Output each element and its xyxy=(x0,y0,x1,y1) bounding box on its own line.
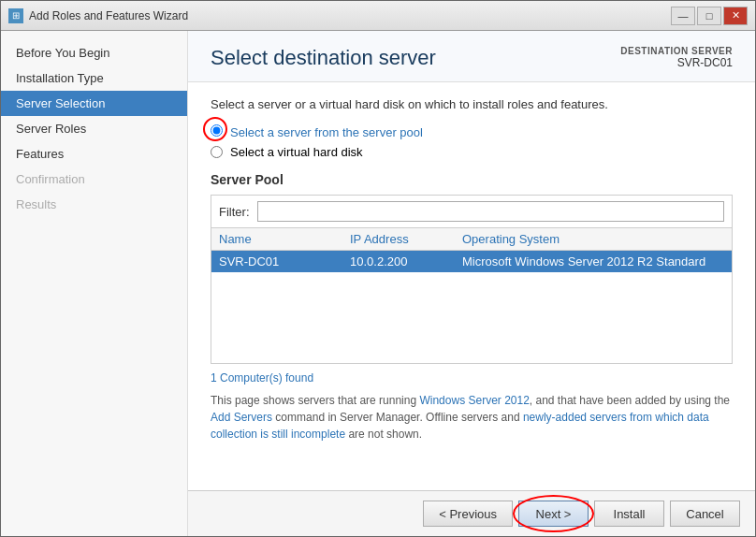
footer: < Previous Next > Install Cancel xyxy=(188,490,755,536)
radio-server-pool-label: Select a server from the server pool xyxy=(230,125,423,139)
install-button[interactable]: Install xyxy=(594,501,664,527)
filter-row: Filter: xyxy=(211,196,732,228)
server-pool-container: Filter: Name IP Address Operating System… xyxy=(211,195,733,364)
page-header: Select destination server DESTINATION SE… xyxy=(188,31,755,82)
sidebar-item-installation-type[interactable]: Installation Type xyxy=(1,65,187,91)
cancel-button[interactable]: Cancel xyxy=(670,501,740,527)
app-icon: ⊞ xyxy=(8,8,23,23)
titlebar-controls: — □ ✕ xyxy=(671,7,748,25)
sidebar-item-server-roles[interactable]: Server Roles xyxy=(1,116,187,141)
radio-server-pool[interactable]: Select a server from the server pool xyxy=(211,124,733,139)
filter-input[interactable] xyxy=(257,201,725,222)
destination-server: SVR-DC01 xyxy=(620,56,733,69)
info-text: This page shows servers that are running… xyxy=(211,392,733,443)
wizard-window: ⊞ Add Roles and Features Wizard — □ ✕ Be… xyxy=(0,0,756,537)
info-highlight-3: newly-added servers from which data coll… xyxy=(211,411,709,441)
main-content: Before You Begin Installation Type Serve… xyxy=(1,31,755,536)
radio-virtual-disk[interactable]: Select a virtual hard disk xyxy=(211,145,733,159)
sidebar-item-confirmation: Confirmation xyxy=(1,167,187,192)
page-title: Select destination server xyxy=(211,46,436,70)
col-header-ip[interactable]: IP Address xyxy=(350,232,462,246)
radio-virtual-disk-input[interactable] xyxy=(211,146,223,158)
app-icon-symbol: ⊞ xyxy=(12,10,20,21)
instruction-text: Select a server or a virtual hard disk o… xyxy=(211,97,733,111)
content-area: Select destination server DESTINATION SE… xyxy=(188,31,755,536)
table-body: SVR-DC01 10.0.2.200 Microsoft Windows Se… xyxy=(211,251,732,363)
window-title: Add Roles and Features Wizard xyxy=(29,9,188,22)
destination-info: DESTINATION SERVER SVR-DC01 xyxy=(620,46,733,69)
destination-label: DESTINATION SERVER xyxy=(620,46,733,56)
col-header-name[interactable]: Name xyxy=(219,232,350,246)
next-button[interactable]: Next > xyxy=(518,501,589,527)
found-text: 1 Computer(s) found xyxy=(211,371,733,385)
titlebar: ⊞ Add Roles and Features Wizard — □ ✕ xyxy=(1,1,755,31)
sidebar-item-results: Results xyxy=(1,192,187,217)
row-os: Microsoft Windows Server 2012 R2 Standar… xyxy=(462,254,724,268)
filter-label: Filter: xyxy=(219,205,250,219)
row-ip: 10.0.2.200 xyxy=(350,254,462,268)
radio-group: Select a server from the server pool Sel… xyxy=(211,124,733,159)
sidebar: Before You Begin Installation Type Serve… xyxy=(1,31,188,536)
maximize-button[interactable]: □ xyxy=(697,7,721,25)
radio-server-pool-input[interactable] xyxy=(211,124,223,137)
sidebar-item-server-selection[interactable]: Server Selection xyxy=(1,91,187,116)
sidebar-item-features[interactable]: Features xyxy=(1,141,187,167)
sidebar-item-before-you-begin[interactable]: Before You Begin xyxy=(1,40,187,65)
close-button[interactable]: ✕ xyxy=(723,7,748,25)
page-body: Select a server or a virtual hard disk o… xyxy=(188,82,755,490)
info-highlight-1: Windows Server 2012 xyxy=(419,394,529,407)
titlebar-left: ⊞ Add Roles and Features Wizard xyxy=(8,8,188,23)
radio-virtual-disk-label: Select a virtual hard disk xyxy=(230,145,363,159)
minimize-button[interactable]: — xyxy=(671,7,695,25)
row-name: SVR-DC01 xyxy=(219,254,350,268)
previous-button[interactable]: < Previous xyxy=(423,501,513,527)
col-header-os[interactable]: Operating System xyxy=(462,232,724,246)
table-row[interactable]: SVR-DC01 10.0.2.200 Microsoft Windows Se… xyxy=(211,251,732,272)
server-pool-section-title: Server Pool xyxy=(211,172,733,187)
info-highlight-2: Add Servers xyxy=(211,411,272,424)
table-header: Name IP Address Operating System xyxy=(211,228,732,251)
